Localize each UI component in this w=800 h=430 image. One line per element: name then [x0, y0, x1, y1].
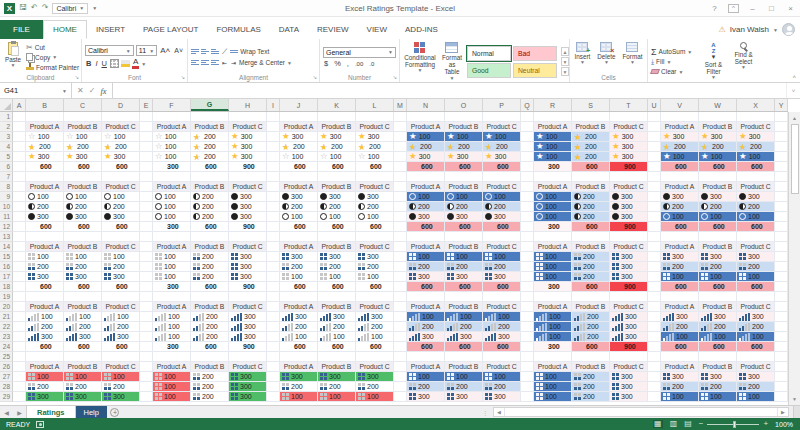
cell-R24[interactable]: 300	[534, 342, 572, 352]
cell-P25[interactable]	[483, 352, 521, 362]
cell-O11[interactable]: 300	[445, 212, 483, 222]
cell-Q18[interactable]	[521, 282, 534, 292]
cell-S24[interactable]: 600	[572, 342, 610, 352]
cell-J20[interactable]: Product A	[280, 302, 318, 312]
gallery-down-icon[interactable]: ▼	[561, 57, 569, 66]
cell-H23[interactable]: 300	[229, 332, 267, 342]
cell-J11[interactable]: 100	[280, 212, 318, 222]
cell-R9[interactable]: 100	[534, 192, 572, 202]
cell-W1[interactable]	[699, 112, 737, 122]
cell-I23[interactable]	[267, 332, 280, 342]
horizontal-scroll-thumb[interactable]	[505, 408, 777, 416]
cell-Y3[interactable]	[775, 132, 788, 142]
cell-B19[interactable]	[26, 292, 64, 302]
cell-L16[interactable]: 200	[356, 262, 394, 272]
cell-R25[interactable]	[534, 352, 572, 362]
cell-P19[interactable]	[483, 292, 521, 302]
cell-L24[interactable]: 600	[356, 342, 394, 352]
cell-N5[interactable]: ★300	[407, 152, 445, 162]
cell-C20[interactable]: Product B	[64, 302, 102, 312]
cell-N8[interactable]: Product A	[407, 182, 445, 192]
cell-J17[interactable]: 100	[280, 272, 318, 282]
cell-S22[interactable]: 200	[572, 322, 610, 332]
cell-E9[interactable]	[140, 192, 153, 202]
cell-V23[interactable]: 100	[661, 332, 699, 342]
cell-Q5[interactable]	[521, 152, 534, 162]
cell-G20[interactable]: Product B	[191, 302, 229, 312]
cell-L25[interactable]	[356, 352, 394, 362]
cell-A19[interactable]	[13, 292, 26, 302]
cell-M10[interactable]	[394, 202, 407, 212]
cell-L21[interactable]: 300	[356, 312, 394, 322]
confirm-entry-icon[interactable]: ✓	[89, 86, 96, 95]
cell-P17[interactable]: 300	[483, 272, 521, 282]
cell-K25[interactable]	[318, 352, 356, 362]
cell-D4[interactable]: ☆★200	[102, 142, 140, 152]
cell-V2[interactable]: Product A	[661, 122, 699, 132]
cell-R18[interactable]: 300	[534, 282, 572, 292]
cell-Y26[interactable]	[775, 362, 788, 372]
cell-N6[interactable]: 600	[407, 162, 445, 172]
style-normal[interactable]: Normal	[467, 46, 511, 61]
cell-B6[interactable]: 600	[26, 162, 64, 172]
cell-D7[interactable]	[102, 172, 140, 182]
cell-D19[interactable]	[102, 292, 140, 302]
cell-Y17[interactable]	[775, 272, 788, 282]
cell-A28[interactable]	[13, 382, 26, 392]
cell-G24[interactable]: 600	[191, 342, 229, 352]
cell-Q4[interactable]	[521, 142, 534, 152]
italic-button[interactable]: I	[94, 60, 98, 68]
cell-U28[interactable]	[648, 382, 661, 392]
cell-E11[interactable]	[140, 212, 153, 222]
cell-F9[interactable]: 100	[153, 192, 191, 202]
cell-V29[interactable]: 100	[661, 392, 699, 402]
cell-F2[interactable]: Product A	[153, 122, 191, 132]
qat-font-box[interactable]: Calibri▼	[52, 3, 88, 14]
cell-T7[interactable]	[610, 172, 648, 182]
cell-X12[interactable]: 600	[737, 222, 775, 232]
row-header-17[interactable]: 17	[0, 272, 13, 282]
cell-T19[interactable]	[610, 292, 648, 302]
redo-icon[interactable]: ↷	[42, 4, 49, 12]
style-good[interactable]: Good	[467, 63, 511, 78]
cell-W15[interactable]: 300	[699, 252, 737, 262]
cell-A13[interactable]	[13, 232, 26, 242]
cell-S8[interactable]: Product B	[572, 182, 610, 192]
cell-W4[interactable]: ☆★200	[699, 142, 737, 152]
cell-P13[interactable]	[483, 232, 521, 242]
cell-Q1[interactable]	[521, 112, 534, 122]
restore-button[interactable]: □	[762, 0, 781, 16]
cell-H27[interactable]: 300	[229, 372, 267, 382]
cell-U10[interactable]	[648, 202, 661, 212]
cell-P28[interactable]: 200	[483, 382, 521, 392]
gallery-more-icon[interactable]: ▼	[561, 67, 569, 76]
cell-C25[interactable]	[64, 352, 102, 362]
cell-K23[interactable]: 100	[318, 332, 356, 342]
cell-R29[interactable]: 100	[534, 392, 572, 402]
cell-E12[interactable]	[140, 222, 153, 232]
cell-F17[interactable]: 100	[153, 272, 191, 282]
cell-N3[interactable]: ★100	[407, 132, 445, 142]
cell-R27[interactable]: 100	[534, 372, 572, 382]
cell-X2[interactable]: Product C	[737, 122, 775, 132]
cell-I12[interactable]	[267, 222, 280, 232]
cell-R2[interactable]: Product A	[534, 122, 572, 132]
autosum-button[interactable]: ΣAutoSum▼	[651, 47, 697, 56]
cell-R28[interactable]: 100	[534, 382, 572, 392]
sheet-tab-help[interactable]: Help	[76, 406, 107, 418]
cell-U22[interactable]	[648, 322, 661, 332]
cell-B23[interactable]: 300	[26, 332, 64, 342]
cell-M16[interactable]	[394, 262, 407, 272]
cell-M12[interactable]	[394, 222, 407, 232]
column-header-H[interactable]: H	[229, 99, 267, 111]
cell-K20[interactable]: Product B	[318, 302, 356, 312]
cell-Q17[interactable]	[521, 272, 534, 282]
cell-Y28[interactable]	[775, 382, 788, 392]
cell-G13[interactable]	[191, 232, 229, 242]
cell-J4[interactable]: ☆★200	[280, 142, 318, 152]
cell-N27[interactable]: 100	[407, 372, 445, 382]
cell-T26[interactable]: Product C	[610, 362, 648, 372]
cell-T2[interactable]: Product C	[610, 122, 648, 132]
cell-M22[interactable]	[394, 322, 407, 332]
font-name-combo[interactable]: Calibri▼	[85, 45, 134, 56]
